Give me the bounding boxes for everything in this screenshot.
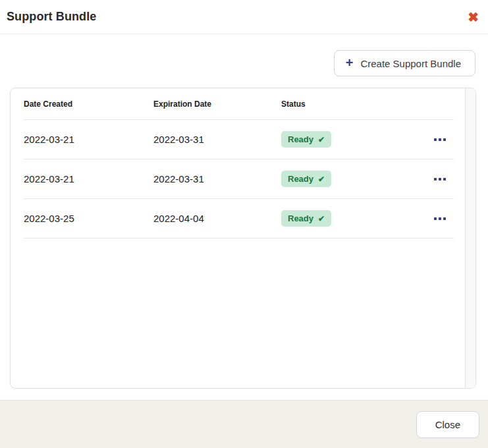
column-header-date-created: Date Created	[24, 99, 153, 109]
modal-header: Support Bundle ✖	[0, 0, 488, 34]
status-label: Ready	[288, 213, 313, 223]
check-icon: ✔	[318, 175, 325, 183]
table-header-row: Date Created Expiration Date Status	[24, 88, 454, 120]
row-actions-ellipsis-icon[interactable]	[433, 215, 447, 223]
actions-cell	[391, 175, 454, 183]
table-scrollbar[interactable]	[465, 88, 475, 388]
expiration-date-value: 2022-04-04	[153, 213, 281, 224]
row-actions-ellipsis-icon[interactable]	[433, 136, 447, 144]
page-title: Support Bundle	[7, 10, 96, 24]
status-label: Ready	[288, 174, 313, 184]
date-created-value: 2022-03-21	[24, 173, 153, 184]
modal-footer: Close	[0, 400, 488, 448]
date-created-value: 2022-03-25	[24, 213, 153, 224]
support-bundle-table: Date Created Expiration Date Status 2022…	[11, 88, 465, 238]
table-row: 2022-03-25 2022-04-04 Ready ✔	[24, 199, 454, 238]
status-cell: Ready ✔	[281, 210, 391, 227]
row-actions-ellipsis-icon[interactable]	[433, 175, 447, 183]
plus-icon: +	[346, 56, 354, 69]
actions-cell	[391, 215, 454, 223]
status-cell: Ready ✔	[281, 131, 391, 148]
check-icon: ✔	[318, 215, 325, 223]
status-label: Ready	[288, 134, 313, 144]
status-cell: Ready ✔	[281, 171, 391, 187]
table-row: 2022-03-21 2022-03-31 Ready ✔	[24, 120, 454, 159]
column-header-status: Status	[281, 99, 391, 109]
status-badge: Ready ✔	[281, 131, 331, 148]
actions-cell	[391, 136, 454, 144]
support-bundle-modal: Support Bundle ✖ + Create Support Bundle…	[0, 0, 488, 448]
table-row: 2022-03-21 2022-03-31 Ready ✔	[24, 159, 454, 199]
close-icon[interactable]: ✖	[468, 11, 479, 24]
support-bundle-table-card: Date Created Expiration Date Status 2022…	[10, 88, 476, 389]
close-button[interactable]: Close	[416, 411, 479, 438]
expiration-date-value: 2022-03-31	[153, 173, 281, 184]
create-support-bundle-button[interactable]: + Create Support Bundle	[334, 50, 475, 76]
date-created-value: 2022-03-21	[24, 134, 153, 145]
expiration-date-value: 2022-03-31	[153, 134, 281, 145]
create-support-bundle-label: Create Support Bundle	[360, 58, 461, 69]
status-badge: Ready ✔	[281, 210, 331, 227]
column-header-expiration-date: Expiration Date	[153, 99, 281, 109]
check-icon: ✔	[318, 136, 325, 144]
status-badge: Ready ✔	[281, 171, 331, 187]
toolbar: + Create Support Bundle	[0, 50, 488, 76]
